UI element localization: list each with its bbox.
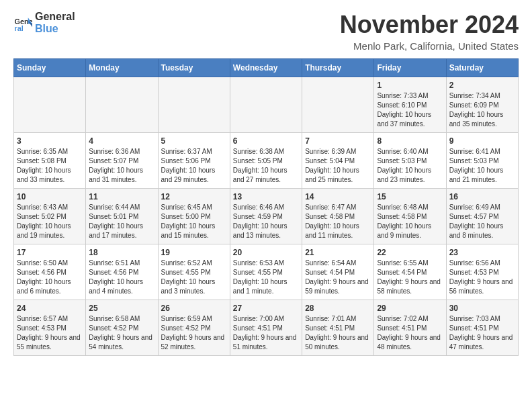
day-info: Sunrise: 6:44 AM Sunset: 5:01 PM Dayligh… bbox=[89, 203, 154, 240]
day-number: 6 bbox=[233, 136, 299, 146]
day-number: 19 bbox=[161, 248, 227, 257]
day-info: Sunrise: 7:02 AM Sunset: 4:51 PM Dayligh… bbox=[377, 314, 443, 352]
calendar-cell: 22Sunrise: 6:55 AM Sunset: 4:54 PM Dayli… bbox=[374, 244, 446, 300]
calendar-header-row: SundayMondayTuesdayWednesdayThursdayFrid… bbox=[14, 59, 519, 77]
day-info: Sunrise: 6:55 AM Sunset: 4:54 PM Dayligh… bbox=[377, 259, 443, 296]
day-info: Sunrise: 6:52 AM Sunset: 4:55 PM Dayligh… bbox=[161, 259, 227, 296]
calendar-cell: 23Sunrise: 6:56 AM Sunset: 4:53 PM Dayli… bbox=[446, 244, 518, 300]
day-info: Sunrise: 6:56 AM Sunset: 4:53 PM Dayligh… bbox=[449, 259, 515, 296]
location-title: Menlo Park, California, United States bbox=[340, 40, 519, 52]
day-info: Sunrise: 6:54 AM Sunset: 4:54 PM Dayligh… bbox=[305, 259, 371, 296]
day-number: 15 bbox=[377, 192, 443, 201]
calendar-week-row: 3Sunrise: 6:35 AM Sunset: 5:08 PM Daylig… bbox=[14, 133, 519, 189]
weekday-header: Saturday bbox=[446, 59, 518, 77]
calendar-cell: 28Sunrise: 7:01 AM Sunset: 4:51 PM Dayli… bbox=[302, 300, 374, 356]
day-info: Sunrise: 7:01 AM Sunset: 4:51 PM Dayligh… bbox=[305, 314, 371, 352]
day-info: Sunrise: 6:39 AM Sunset: 5:04 PM Dayligh… bbox=[305, 147, 371, 185]
calendar-cell: 24Sunrise: 6:57 AM Sunset: 4:53 PM Dayli… bbox=[14, 300, 86, 356]
calendar-cell: 2Sunrise: 7:34 AM Sunset: 6:09 PM Daylig… bbox=[446, 77, 518, 133]
calendar-cell: 25Sunrise: 6:58 AM Sunset: 4:52 PM Dayli… bbox=[86, 300, 158, 356]
day-info: Sunrise: 6:58 AM Sunset: 4:52 PM Dayligh… bbox=[89, 314, 154, 352]
calendar-week-row: 1Sunrise: 7:33 AM Sunset: 6:10 PM Daylig… bbox=[14, 77, 519, 133]
day-info: Sunrise: 6:38 AM Sunset: 5:05 PM Dayligh… bbox=[233, 147, 299, 185]
day-info: Sunrise: 7:00 AM Sunset: 4:51 PM Dayligh… bbox=[233, 314, 299, 352]
logo: Gene ral General Blue bbox=[13, 11, 75, 36]
day-number: 11 bbox=[89, 192, 154, 201]
day-number: 18 bbox=[89, 248, 154, 257]
day-number: 23 bbox=[449, 248, 515, 257]
calendar-week-row: 24Sunrise: 6:57 AM Sunset: 4:53 PM Dayli… bbox=[14, 300, 519, 356]
svg-text:ral: ral bbox=[15, 25, 24, 33]
day-number: 14 bbox=[305, 192, 371, 201]
day-number: 10 bbox=[17, 192, 83, 201]
day-number: 17 bbox=[17, 248, 83, 257]
calendar-cell: 27Sunrise: 7:00 AM Sunset: 4:51 PM Dayli… bbox=[230, 300, 302, 356]
calendar-cell: 16Sunrise: 6:49 AM Sunset: 4:57 PM Dayli… bbox=[446, 189, 518, 244]
calendar-cell: 11Sunrise: 6:44 AM Sunset: 5:01 PM Dayli… bbox=[86, 189, 158, 244]
calendar-cell: 6Sunrise: 6:38 AM Sunset: 5:05 PM Daylig… bbox=[230, 133, 302, 189]
calendar-cell: 1Sunrise: 7:33 AM Sunset: 6:10 PM Daylig… bbox=[374, 77, 446, 133]
day-info: Sunrise: 7:33 AM Sunset: 6:10 PM Dayligh… bbox=[377, 91, 443, 129]
calendar-cell: 15Sunrise: 6:48 AM Sunset: 4:58 PM Dayli… bbox=[374, 189, 446, 244]
calendar-body: 1Sunrise: 7:33 AM Sunset: 6:10 PM Daylig… bbox=[14, 77, 519, 356]
day-info: Sunrise: 6:47 AM Sunset: 4:58 PM Dayligh… bbox=[305, 203, 371, 240]
calendar-cell bbox=[158, 77, 230, 133]
weekday-header: Sunday bbox=[14, 59, 86, 77]
calendar-cell: 10Sunrise: 6:43 AM Sunset: 5:02 PM Dayli… bbox=[14, 189, 86, 244]
day-number: 26 bbox=[161, 304, 227, 313]
day-info: Sunrise: 6:36 AM Sunset: 5:07 PM Dayligh… bbox=[89, 147, 154, 185]
calendar-cell: 21Sunrise: 6:54 AM Sunset: 4:54 PM Dayli… bbox=[302, 244, 374, 300]
calendar-cell: 19Sunrise: 6:52 AM Sunset: 4:55 PM Dayli… bbox=[158, 244, 230, 300]
day-info: Sunrise: 6:35 AM Sunset: 5:08 PM Dayligh… bbox=[17, 147, 83, 185]
calendar-cell: 29Sunrise: 7:02 AM Sunset: 4:51 PM Dayli… bbox=[374, 300, 446, 356]
weekday-header: Wednesday bbox=[230, 59, 302, 77]
day-info: Sunrise: 6:48 AM Sunset: 4:58 PM Dayligh… bbox=[377, 203, 443, 240]
calendar-table: SundayMondayTuesdayWednesdayThursdayFrid… bbox=[13, 58, 519, 356]
day-info: Sunrise: 6:45 AM Sunset: 5:00 PM Dayligh… bbox=[161, 203, 227, 240]
day-number: 12 bbox=[161, 192, 227, 201]
day-info: Sunrise: 6:40 AM Sunset: 5:03 PM Dayligh… bbox=[377, 147, 443, 185]
day-number: 2 bbox=[449, 81, 515, 90]
weekday-header: Tuesday bbox=[158, 59, 230, 77]
calendar-cell bbox=[230, 77, 302, 133]
title-block: November 2024 Menlo Park, California, Un… bbox=[340, 11, 519, 52]
calendar-cell bbox=[14, 77, 86, 133]
day-info: Sunrise: 7:03 AM Sunset: 4:51 PM Dayligh… bbox=[449, 314, 515, 352]
calendar-week-row: 17Sunrise: 6:50 AM Sunset: 4:56 PM Dayli… bbox=[14, 244, 519, 300]
day-number: 28 bbox=[305, 304, 371, 313]
day-number: 20 bbox=[233, 248, 299, 257]
calendar-cell: 9Sunrise: 6:41 AM Sunset: 5:03 PM Daylig… bbox=[446, 133, 518, 189]
calendar-cell: 5Sunrise: 6:37 AM Sunset: 5:06 PM Daylig… bbox=[158, 133, 230, 189]
day-number: 22 bbox=[377, 248, 443, 257]
day-info: Sunrise: 6:53 AM Sunset: 4:55 PM Dayligh… bbox=[233, 259, 299, 296]
day-info: Sunrise: 6:59 AM Sunset: 4:52 PM Dayligh… bbox=[161, 314, 227, 352]
calendar-cell: 14Sunrise: 6:47 AM Sunset: 4:58 PM Dayli… bbox=[302, 189, 374, 244]
page-header: Gene ral General Blue November 2024 Menl… bbox=[13, 11, 519, 52]
calendar-cell: 26Sunrise: 6:59 AM Sunset: 4:52 PM Dayli… bbox=[158, 300, 230, 356]
logo-line2: Blue bbox=[35, 23, 75, 35]
logo-icon: Gene ral bbox=[13, 13, 32, 32]
day-info: Sunrise: 6:51 AM Sunset: 4:56 PM Dayligh… bbox=[89, 259, 154, 296]
weekday-header: Friday bbox=[374, 59, 446, 77]
day-number: 1 bbox=[377, 81, 443, 90]
calendar-cell: 18Sunrise: 6:51 AM Sunset: 4:56 PM Dayli… bbox=[86, 244, 158, 300]
calendar-cell: 8Sunrise: 6:40 AM Sunset: 5:03 PM Daylig… bbox=[374, 133, 446, 189]
calendar-cell: 3Sunrise: 6:35 AM Sunset: 5:08 PM Daylig… bbox=[14, 133, 86, 189]
day-number: 13 bbox=[233, 192, 299, 201]
day-info: Sunrise: 6:57 AM Sunset: 4:53 PM Dayligh… bbox=[17, 314, 83, 352]
day-info: Sunrise: 6:43 AM Sunset: 5:02 PM Dayligh… bbox=[17, 203, 83, 240]
calendar-cell: 13Sunrise: 6:46 AM Sunset: 4:59 PM Dayli… bbox=[230, 189, 302, 244]
weekday-header: Thursday bbox=[302, 59, 374, 77]
day-number: 27 bbox=[233, 304, 299, 313]
calendar-cell bbox=[302, 77, 374, 133]
calendar-cell: 30Sunrise: 7:03 AM Sunset: 4:51 PM Dayli… bbox=[446, 300, 518, 356]
day-number: 30 bbox=[449, 304, 515, 313]
day-number: 3 bbox=[17, 136, 83, 146]
day-number: 8 bbox=[377, 136, 443, 146]
day-info: Sunrise: 6:46 AM Sunset: 4:59 PM Dayligh… bbox=[233, 203, 299, 240]
day-number: 16 bbox=[449, 192, 515, 201]
calendar-cell: 20Sunrise: 6:53 AM Sunset: 4:55 PM Dayli… bbox=[230, 244, 302, 300]
calendar-cell bbox=[86, 77, 158, 133]
calendar-week-row: 10Sunrise: 6:43 AM Sunset: 5:02 PM Dayli… bbox=[14, 189, 519, 244]
day-info: Sunrise: 6:37 AM Sunset: 5:06 PM Dayligh… bbox=[161, 147, 227, 185]
